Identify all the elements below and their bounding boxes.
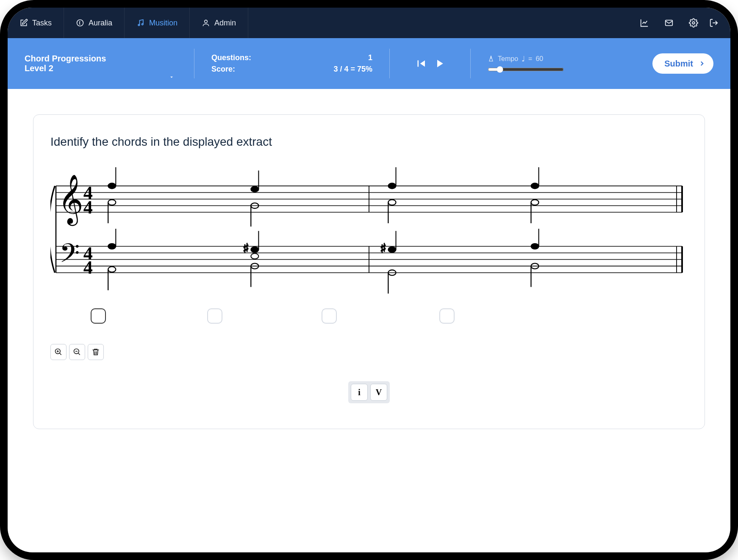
tempo-equals: = (528, 55, 532, 63)
top-nav: Tasks Auralia Musition Admin (8, 8, 730, 38)
svg-point-43 (531, 200, 538, 205)
musition-icon (136, 19, 145, 27)
svg-point-5 (692, 22, 695, 24)
score-tools (50, 344, 688, 360)
score-panel: Questions: 1 Score: 3 / 4 = 75% (211, 53, 372, 74)
svg-text:♯: ♯ (380, 241, 386, 256)
svg-point-3 (205, 20, 208, 23)
chart-icon (640, 18, 649, 28)
zoom-out-button[interactable] (69, 344, 85, 360)
divider (470, 49, 471, 78)
topic-level: Level 2 (25, 64, 177, 73)
gear-icon (689, 18, 698, 28)
svg-point-54 (531, 244, 538, 249)
logout-button[interactable] (706, 8, 730, 38)
answer-slot-2[interactable] (207, 308, 222, 324)
svg-text:4: 4 (83, 257, 93, 278)
admin-icon (202, 19, 210, 27)
nav-admin-label: Admin (214, 19, 236, 28)
submit-label: Submit (664, 59, 693, 69)
topic-selector[interactable]: Chord Progressions Level 2 (25, 54, 177, 73)
app-screen: Tasks Auralia Musition Admin (8, 8, 730, 552)
trash-icon (92, 348, 100, 356)
questions-label: Questions: (211, 53, 251, 62)
roman-option-i[interactable]: i (351, 384, 368, 401)
svg-line-69 (78, 353, 80, 355)
play-button[interactable] (433, 57, 446, 70)
svg-point-52 (388, 247, 396, 252)
svg-point-45 (108, 244, 116, 249)
tempo-control: Tempo ♩ = 60 (488, 54, 577, 73)
nav-auralia[interactable]: Auralia (64, 8, 125, 38)
svg-text:𝄢: 𝄢 (59, 239, 80, 274)
svg-point-37 (108, 200, 116, 205)
answer-slot-3[interactable] (322, 308, 337, 324)
quarter-note-icon: ♩ (522, 54, 525, 64)
svg-text:4: 4 (83, 197, 93, 218)
grand-staff: 𝄞 𝄢 4 4 4 4 (50, 164, 688, 307)
svg-point-0 (77, 20, 83, 26)
logout-icon (709, 18, 719, 28)
chevron-down-icon (169, 74, 175, 80)
nav-auralia-label: Auralia (89, 19, 112, 28)
main-area: Identify the chords in the displayed ext… (8, 89, 730, 552)
svg-point-33 (388, 183, 396, 189)
settings-button[interactable] (681, 8, 706, 38)
metronome-icon (488, 55, 494, 62)
chevron-right-icon (698, 60, 706, 67)
answer-slot-4[interactable] (439, 308, 455, 324)
svg-point-41 (388, 200, 396, 205)
nav-musition-label: Musition (149, 19, 178, 28)
svg-text:𝄞: 𝄞 (58, 175, 83, 226)
svg-point-2 (142, 24, 143, 25)
svg-point-29 (108, 183, 116, 189)
divider (389, 49, 390, 78)
playback-controls (407, 57, 453, 70)
auralia-icon (76, 19, 84, 27)
score-value: 3 / 4 = 75% (333, 65, 372, 74)
roman-numeral-palette: i V (50, 381, 688, 403)
svg-point-31 (251, 186, 258, 192)
question-prompt: Identify the chords in the displayed ext… (50, 135, 688, 149)
tempo-value: 60 (535, 55, 543, 63)
roman-option-V[interactable]: V (370, 384, 387, 401)
svg-text:♯: ♯ (243, 241, 249, 256)
topic-title: Chord Progressions (25, 54, 177, 64)
svg-point-48 (251, 247, 258, 252)
tempo-slider[interactable] (488, 66, 564, 73)
tablet-bezel: Tasks Auralia Musition Admin (4, 4, 734, 556)
score-label: Score: (211, 65, 235, 74)
stats-button[interactable] (632, 8, 657, 38)
questions-value: 1 (368, 53, 372, 62)
nav-musition[interactable]: Musition (125, 8, 190, 38)
nav-admin[interactable]: Admin (190, 8, 248, 38)
svg-line-65 (60, 353, 61, 355)
mail-icon (664, 18, 674, 28)
zoom-out-icon (73, 348, 81, 356)
messages-button[interactable] (657, 8, 681, 38)
sub-header: Chord Progressions Level 2 Questions: 1 … (8, 38, 730, 89)
nav-tasks-label: Tasks (32, 19, 52, 28)
tempo-label: Tempo (498, 55, 518, 63)
answer-slot-1[interactable] (91, 308, 106, 324)
edit-icon (19, 19, 28, 27)
zoom-in-button[interactable] (50, 344, 67, 360)
divider (194, 49, 194, 78)
submit-button[interactable]: Submit (652, 53, 713, 74)
question-card: Identify the chords in the displayed ext… (33, 114, 705, 429)
svg-point-56 (108, 266, 116, 272)
svg-point-50 (251, 253, 258, 259)
nav-tasks[interactable]: Tasks (8, 8, 64, 38)
clear-button[interactable] (88, 344, 104, 360)
music-score: 𝄞 𝄢 4 4 4 4 (50, 164, 688, 330)
tablet-frame: Tasks Auralia Musition Admin (0, 0, 738, 560)
rewind-button[interactable] (414, 57, 427, 70)
svg-point-35 (531, 183, 538, 189)
svg-point-1 (138, 24, 139, 25)
zoom-in-icon (54, 348, 63, 356)
